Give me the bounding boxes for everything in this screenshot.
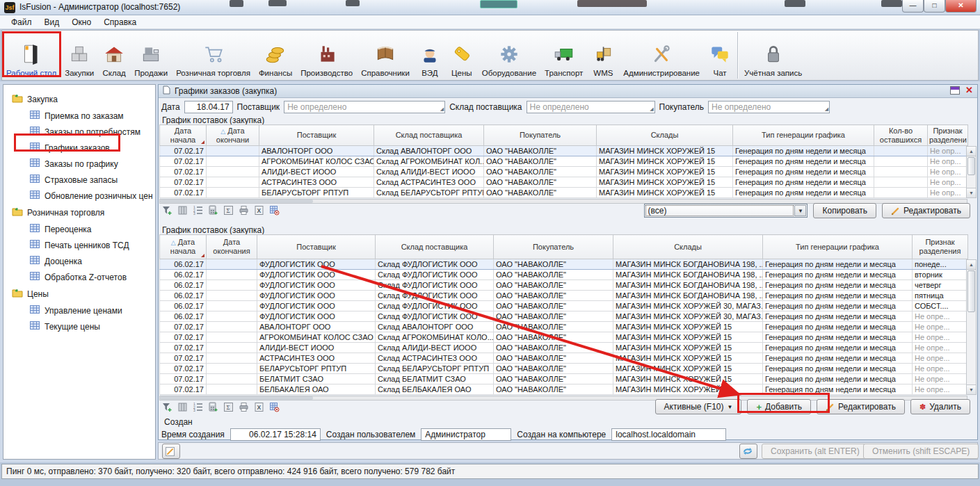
date-filter-input[interactable]: 18.04.17	[184, 101, 233, 113]
sigma-icon[interactable]: Σ	[223, 204, 234, 216]
table-delete-icon[interactable]	[268, 401, 280, 412]
column-header[interactable]: Поставщик	[259, 125, 374, 146]
column-header[interactable]: △Дата окончани	[207, 125, 259, 146]
printer-icon[interactable]	[238, 204, 250, 216]
table-row[interactable]: 07.02.17АВАЛОНТОРГ ОООСклад АВАЛОНТОРГ О…	[160, 146, 968, 156]
table-row[interactable]: 06.02.17ФУДЛОГИСТИК ОООСклад ФУДЛОГИСТИК…	[160, 301, 968, 311]
sidebar-group-roznichnaya[interactable]: Розничная торговля	[3, 204, 155, 221]
table-delete-icon[interactable]	[268, 204, 280, 216]
notes-button[interactable]	[162, 444, 180, 459]
toolbar-item-zakupki[interactable]: Закупки	[61, 31, 98, 80]
sidebar-item-pechat-tsennikov-tsd[interactable]: Печать ценников ТСД	[3, 237, 155, 253]
scroll-thumb[interactable]	[160, 396, 313, 400]
table-row[interactable]: 06.02.17ФУДЛОГИСТИК ОООСклад ФУДЛОГИСТИК…	[160, 259, 968, 270]
column-header[interactable]: Тип генерации графика	[763, 235, 913, 259]
table-row[interactable]: 07.02.17БЕЛБАКАЛЕЯ ОАОСклад БЕЛБАКАЛЕЯ О…	[160, 384, 968, 395]
toolbar-item-ved[interactable]: ВЭД	[414, 31, 446, 80]
table-row[interactable]: 07.02.17АГРОКОМБИНАТ КОЛОС СЗАОСклад АГР…	[160, 332, 968, 343]
menu-view[interactable]: Вид	[39, 16, 65, 29]
table-row[interactable]: 07.02.17БЕЛАРУСЬТОРГ РПТУПСклад БЕЛАРУСЬ…	[160, 188, 968, 198]
column-header[interactable]: Дата окончания	[207, 235, 257, 259]
column-header[interactable]: Склады	[597, 125, 733, 146]
filter-add-icon[interactable]	[161, 401, 173, 412]
sidebar-item-obnovlenie-roznichnykh-tsen[interactable]: Обновление розничных цен	[3, 188, 155, 204]
created-computer-field[interactable]: localhost.localdomain	[611, 428, 726, 441]
table-row[interactable]: 06.02.17ФУДЛОГИСТИК ОООСклад ФУДЛОГИСТИК…	[160, 291, 968, 301]
column-header[interactable]: Склады	[613, 235, 763, 259]
table-row[interactable]: 07.02.17АВАЛОНТОРГ ОООСклад АВАЛОНТОРГ О…	[160, 322, 968, 332]
sidebar-item-dootsenka[interactable]: Дооценка	[3, 253, 155, 269]
table2-vertical-scrollbar[interactable]: ▲ ▼	[966, 259, 977, 395]
table-row[interactable]: 07.02.17БЕЛАТМИТ СЗАОСклад БЕЛАТМИТ СЗАО…	[160, 374, 968, 384]
column-header[interactable]: Покупатель	[494, 235, 613, 259]
column-header[interactable]: △Дата начала	[160, 235, 207, 259]
maximize-button[interactable]: □	[924, 0, 945, 13]
menu-help[interactable]: Справка	[98, 16, 142, 29]
table-row[interactable]: 07.02.17БЕЛАРУСЬТОРГ РПТУПСклад БЕЛАРУСЬ…	[160, 364, 968, 374]
toolbar-item-prodazhi[interactable]: Продажи	[130, 31, 172, 80]
sidebar-item-zakazy-po-grafiku[interactable]: Заказы по графику	[3, 156, 155, 172]
column-header[interactable]: Дата начала	[160, 125, 207, 146]
column-header[interactable]: Склад поставщика	[374, 125, 484, 146]
sidebar-item-upravlenie-tsenami[interactable]: Управление ценами	[3, 302, 155, 318]
printer-icon[interactable]	[238, 401, 250, 412]
column-header[interactable]: Кол-во оставшихся	[874, 125, 928, 146]
sidebar-item-obrabotka-z-otchetov[interactable]: Обработка Z-отчетов	[3, 269, 155, 285]
edit-top-button[interactable]: Редактировать	[882, 203, 970, 218]
toolbar-item-administrirovanie[interactable]: Администрирование	[619, 31, 704, 80]
columns-icon[interactable]	[177, 401, 188, 412]
table-row[interactable]: 06.02.17ФУДЛОГИСТИК ОООСклад ФУДЛОГИСТИК…	[160, 270, 968, 280]
sidebar-item-pereotsenka[interactable]: Переоценка	[3, 221, 155, 237]
toolbar-item-spravochniki[interactable]: Справочники	[357, 31, 414, 80]
table-row[interactable]: 07.02.17АСТРАСИНТЕЗ ОООСклад АСТРАСИНТЕЗ…	[160, 353, 968, 364]
column-header[interactable]: Поставщик	[257, 235, 376, 259]
table-row[interactable]: 06.02.17ФУДЛОГИСТИК ОООСклад ФУДЛОГИСТИК…	[160, 311, 968, 322]
toolbar-item-sklad[interactable]: Склад	[98, 31, 130, 80]
scroll-up-icon[interactable]: ▲	[967, 147, 976, 156]
column-header[interactable]: Покупатель	[484, 125, 597, 146]
column-header[interactable]: Признак разделени	[928, 125, 968, 146]
scroll-thumb[interactable]	[967, 270, 975, 312]
cancel-button[interactable]: Отменить (shift ESCAPE)	[863, 444, 979, 459]
created-time-field[interactable]: 06.02.17 15:28:14	[230, 428, 321, 441]
scroll-thumb[interactable]	[160, 200, 313, 203]
toolbar-item-wms[interactable]: WMS	[587, 31, 619, 80]
save-button[interactable]: Сохранить (alt ENTER)	[762, 444, 869, 459]
toolbar-item-proizvodstvo[interactable]: Производство	[296, 31, 357, 80]
menu-file[interactable]: Файл	[6, 16, 38, 29]
toolbar-item-chat[interactable]: Чат	[704, 31, 736, 80]
active-filter-dropdown-button[interactable]: Активные (F10)▼	[655, 399, 742, 414]
column-header[interactable]: Признак разделения	[913, 235, 968, 259]
calculator-icon[interactable]	[207, 204, 219, 216]
created-user-field[interactable]: Администратор	[421, 428, 511, 441]
toolbar-item-finansy[interactable]: Финансы	[255, 31, 296, 80]
toolbar-item-transport[interactable]: Транспорт	[540, 31, 587, 80]
calculator-icon[interactable]	[207, 401, 219, 412]
numbered-list-icon[interactable]: 123	[192, 204, 204, 216]
panel-close-icon[interactable]: ✕	[965, 86, 973, 95]
supplier-filter-combo[interactable]: Не определено◢	[284, 101, 445, 113]
scroll-thumb[interactable]	[967, 157, 975, 175]
sidebar-group-zakupka[interactable]: Закупка	[3, 90, 155, 108]
filter-preset-dropdown[interactable]: (все)▼	[644, 204, 808, 218]
filter-add-icon[interactable]	[161, 204, 173, 216]
excel-export-icon[interactable]: X	[253, 401, 265, 412]
scroll-down-icon[interactable]: ▼	[967, 384, 976, 394]
sidebar-item-zakazy-po-potrebnostyam[interactable]: Заказы по потребностям	[3, 124, 155, 140]
sigma-icon[interactable]: Σ	[223, 401, 234, 412]
excel-export-icon[interactable]: X	[253, 204, 265, 216]
table-row[interactable]: 07.02.17АГРОКОМБИНАТ КОЛОС СЗАОСклад АГР…	[160, 156, 968, 167]
menu-window[interactable]: Окно	[66, 16, 97, 29]
sidebar-item-tekushchie-tseny[interactable]: Текущие цены	[3, 318, 155, 334]
supplier-warehouse-filter-combo[interactable]: Не определено◢	[527, 101, 655, 113]
table-row[interactable]: 07.02.17АСТРАСИНТЕЗ ОООСклад АСТРАСИНТЕЗ…	[160, 177, 968, 188]
toolbar-item-tseny[interactable]: Цены	[446, 31, 478, 80]
panel-restore-icon[interactable]	[950, 86, 960, 95]
columns-icon[interactable]	[177, 204, 188, 216]
delete-button[interactable]: ✽Удалить	[910, 399, 970, 414]
numbered-list-icon[interactable]: 123	[192, 401, 204, 412]
toolbar-item-account[interactable]: Учётная запись	[740, 31, 806, 80]
close-button[interactable]: ✕	[945, 0, 977, 13]
edit-bottom-button[interactable]: Редактировать	[817, 399, 905, 414]
sidebar-group-tseny[interactable]: Цены	[3, 285, 155, 302]
